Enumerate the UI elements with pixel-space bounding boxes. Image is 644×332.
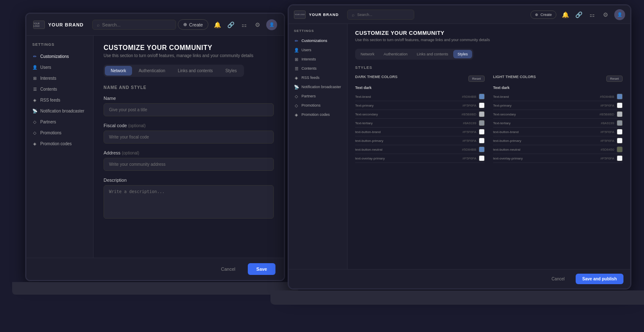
back-search-input[interactable] bbox=[102, 22, 171, 27]
front-sidebar-item-contents[interactable]: ☰ Contents bbox=[289, 64, 347, 73]
front-light-column: LIGHT THEME COLORS Reset Text dark Text-… bbox=[493, 75, 623, 163]
color-swatch[interactable] bbox=[479, 146, 485, 152]
laptop-container: YOUR LOGO YOUR BRAND ⌕ ⊕ Create 🔔 bbox=[0, 0, 644, 332]
color-swatch[interactable] bbox=[617, 102, 623, 108]
color-swatch[interactable] bbox=[479, 138, 485, 144]
color-swatch[interactable] bbox=[479, 129, 485, 135]
back-footer: Cancel Save bbox=[26, 258, 284, 280]
front-sidebar-item-promo-codes[interactable]: ◈ Promotion codes bbox=[289, 110, 347, 119]
color-row: Text-tertiary #8A9199 bbox=[493, 119, 623, 128]
back-settings-icon[interactable]: ⚙ bbox=[253, 20, 262, 29]
front-sidebar: SETTINGS ✏ Customizations 👤 Users ⊞ Inte… bbox=[289, 24, 348, 269]
front-navbar: YOUR LOGO YOUR BRAND ⌕ ⊕ Create 🔔 bbox=[289, 5, 630, 24]
back-tab-links[interactable]: Links and contents bbox=[172, 66, 218, 76]
back-tab-styles[interactable]: Styles bbox=[219, 66, 242, 76]
front-link-icon[interactable]: 🔗 bbox=[574, 10, 583, 19]
front-grid-icon[interactable]: ⚏ bbox=[587, 10, 597, 19]
back-sidebar-item-promo-codes[interactable]: ◈ Promotion codes bbox=[26, 138, 93, 149]
back-address-input[interactable] bbox=[104, 158, 274, 171]
color-row: Text-secondary #B5B8BD bbox=[355, 110, 485, 119]
back-search-bar[interactable]: ⌕ bbox=[92, 20, 176, 30]
color-label: text-button-brand bbox=[493, 130, 600, 134]
back-grid-icon[interactable]: ⚏ bbox=[239, 20, 249, 29]
back-avatar[interactable]: 👤 bbox=[266, 19, 277, 30]
back-tab-authentication[interactable]: Authentication bbox=[133, 66, 171, 76]
front-tab-styles[interactable]: Styles bbox=[453, 50, 472, 58]
front-tab-network[interactable]: Network bbox=[356, 50, 379, 58]
back-sidebar-item-partners[interactable]: ◇ Partners bbox=[26, 116, 93, 127]
front-search-bar[interactable]: ⌕ bbox=[347, 10, 414, 20]
back-form-fiscal: Fiscal code (optional) bbox=[104, 123, 274, 144]
back-name-input[interactable] bbox=[104, 103, 274, 116]
back-sidebar-item-interests[interactable]: ⊞ Interests bbox=[26, 73, 93, 84]
front-sidebar-item-interests[interactable]: ⊞ Interests bbox=[289, 55, 347, 64]
front-sidebar-item-rss[interactable]: ◈ RSS feeds bbox=[289, 73, 347, 82]
front-avatar[interactable]: 👤 bbox=[614, 9, 625, 20]
back-sidebar-item-users[interactable]: 👤 Users bbox=[26, 62, 93, 73]
back-sidebar-item-notification[interactable]: 📡 Notification broadcaster bbox=[26, 105, 93, 116]
front-settings-icon[interactable]: ⚙ bbox=[601, 10, 610, 19]
back-sidebar-item-rss[interactable]: ◈ RSS feeds bbox=[26, 94, 93, 105]
color-swatch[interactable] bbox=[479, 111, 485, 117]
back-sidebar-item-contents[interactable]: ☰ Contents bbox=[26, 84, 93, 94]
back-laptop: YOUR LOGO YOUR BRAND ⌕ ⊕ Create 🔔 bbox=[25, 13, 285, 315]
color-swatch[interactable] bbox=[479, 102, 485, 108]
back-link-icon[interactable]: 🔗 bbox=[226, 20, 235, 29]
front-sidebar-item-customizations[interactable]: ✏ Customizations bbox=[289, 36, 347, 45]
back-address-label: Address (optional) bbox=[104, 150, 274, 155]
front-tab-authentication[interactable]: Authentication bbox=[379, 50, 412, 58]
back-promo-codes-icon: ◈ bbox=[32, 141, 37, 146]
front-rss-icon: ◈ bbox=[294, 75, 299, 80]
back-form-description: Description bbox=[104, 178, 274, 220]
back-tab-network[interactable]: Network bbox=[105, 66, 132, 76]
front-save-button[interactable]: Save and publish bbox=[576, 274, 623, 284]
back-sidebar-item-promotions[interactable]: ◇ Promotions bbox=[26, 127, 93, 138]
color-swatch[interactable] bbox=[479, 155, 485, 161]
front-light-reset-button[interactable]: Reset bbox=[606, 76, 623, 82]
color-swatch[interactable] bbox=[617, 129, 623, 135]
back-description-label: Description bbox=[104, 178, 274, 183]
back-section-title: NAME AND STYLE bbox=[104, 85, 274, 90]
front-sidebar-item-notification[interactable]: 📡 Notification broadcaster bbox=[289, 82, 347, 91]
back-notification-icon: 📡 bbox=[32, 108, 37, 113]
front-tabs: Network Authentication Links and content… bbox=[355, 49, 473, 60]
front-sidebar-item-promotions[interactable]: ◇ Promotions bbox=[289, 101, 347, 110]
back-navbar: YOUR LOGO YOUR BRAND ⌕ ⊕ Create 🔔 bbox=[26, 14, 284, 36]
back-save-button[interactable]: Save bbox=[248, 263, 275, 275]
back-fiscal-input[interactable] bbox=[104, 131, 274, 144]
front-customizations-icon: ✏ bbox=[294, 38, 299, 43]
color-hex: #F5F6FA bbox=[600, 139, 614, 143]
color-swatch[interactable] bbox=[479, 94, 485, 99]
front-light-colors: Text-brand #5D84BB Text-primary #F5F6FA … bbox=[493, 92, 623, 163]
color-swatch[interactable] bbox=[617, 120, 623, 126]
color-hex: #F5F6FA bbox=[462, 104, 476, 107]
front-cancel-button[interactable]: Cancel bbox=[545, 274, 571, 284]
front-tab-links[interactable]: Links and contents bbox=[413, 50, 452, 58]
front-screen: YOUR LOGO YOUR BRAND ⌕ ⊕ Create 🔔 bbox=[288, 4, 631, 290]
color-swatch[interactable] bbox=[617, 94, 623, 99]
back-bell-icon[interactable]: 🔔 bbox=[213, 20, 222, 29]
back-contents-icon: ☰ bbox=[32, 86, 37, 91]
color-hex: #F5F6FA bbox=[600, 157, 614, 160]
back-search-icon: ⌕ bbox=[97, 22, 100, 27]
color-hex: #F5F6FA bbox=[600, 104, 614, 107]
front-bell-icon[interactable]: 🔔 bbox=[561, 10, 570, 19]
front-brand-name: YOUR BRAND bbox=[309, 13, 339, 17]
back-description-textarea[interactable] bbox=[104, 185, 274, 219]
front-search-input[interactable] bbox=[357, 13, 410, 17]
back-cancel-button[interactable]: Cancel bbox=[213, 263, 244, 275]
front-sidebar-item-partners[interactable]: ◇ Partners bbox=[289, 91, 347, 101]
front-sidebar-item-users[interactable]: 👤 Users bbox=[289, 45, 347, 55]
front-create-button[interactable]: ⊕ Create bbox=[530, 10, 556, 19]
color-swatch[interactable] bbox=[617, 138, 623, 144]
color-swatch[interactable] bbox=[617, 146, 623, 152]
back-sidebar-item-customizations[interactable]: ✏ Customizations bbox=[26, 51, 93, 62]
back-tabs: Network Authentication Links and content… bbox=[104, 65, 244, 77]
front-search-icon: ⌕ bbox=[352, 12, 355, 17]
color-label: text-button-neutral bbox=[493, 148, 601, 152]
color-swatch[interactable] bbox=[617, 111, 623, 117]
color-swatch[interactable] bbox=[617, 155, 623, 161]
front-dark-reset-button[interactable]: Reset bbox=[468, 76, 485, 82]
color-swatch[interactable] bbox=[479, 120, 485, 126]
back-create-button[interactable]: ⊕ Create bbox=[178, 19, 208, 30]
